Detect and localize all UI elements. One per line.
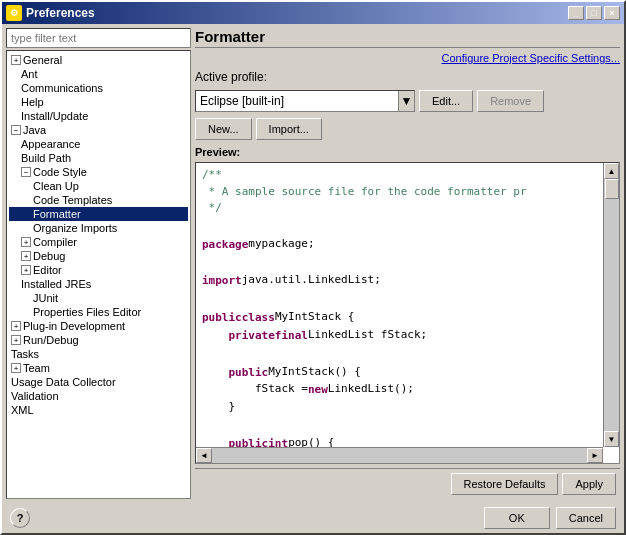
preview-label: Preview:	[195, 146, 620, 158]
close-button[interactable]: ×	[604, 6, 620, 20]
sidebar-item-organize-imports[interactable]: Organize Imports	[9, 221, 188, 235]
bottom-strip: Restore Defaults Apply	[195, 468, 620, 499]
sidebar-item-code-templates[interactable]: Code Templates	[9, 193, 188, 207]
remove-button[interactable]: Remove	[477, 90, 544, 112]
toolbar-row: Configure Project Specific Settings...	[195, 52, 620, 64]
expand-icon[interactable]: +	[11, 335, 21, 345]
profile-select-row: Eclipse [built-in] ▼ Edit... Remove	[195, 90, 620, 112]
sidebar-item-label: Clean Up	[33, 180, 79, 192]
minimize-button[interactable]: _	[568, 6, 584, 20]
sidebar-item-label: Debug	[33, 250, 65, 262]
sidebar-item-help[interactable]: Help	[9, 95, 188, 109]
sidebar-item-label: Installed JREs	[21, 278, 91, 290]
scroll-track-h	[212, 448, 587, 463]
footer-right: OK Cancel	[484, 507, 616, 529]
scroll-thumb-v[interactable]	[605, 179, 619, 199]
scroll-up-button[interactable]: ▲	[604, 163, 619, 179]
active-profile-label: Active profile:	[195, 70, 267, 84]
sidebar-item-clean-up[interactable]: Clean Up	[9, 179, 188, 193]
sidebar-item-xml[interactable]: XML	[9, 403, 188, 417]
sidebar-item-label: Install/Update	[21, 110, 88, 122]
main-content: + General Ant Communications Help Instal…	[2, 24, 624, 503]
sidebar-item-label: Appearance	[21, 138, 80, 150]
sidebar-item-junit[interactable]: JUnit	[9, 291, 188, 305]
sidebar-item-communications[interactable]: Communications	[9, 81, 188, 95]
sidebar-item-label: Team	[23, 362, 50, 374]
import-button[interactable]: Import...	[256, 118, 322, 140]
sidebar-item-label: Formatter	[33, 208, 81, 220]
sidebar-item-ant[interactable]: Ant	[9, 67, 188, 81]
sidebar-item-team[interactable]: + Team	[9, 361, 188, 375]
sidebar-item-plugin-dev[interactable]: + Plug-in Development	[9, 319, 188, 333]
edit-button[interactable]: Edit...	[419, 90, 473, 112]
sidebar-item-code-style[interactable]: − Code Style	[9, 165, 188, 179]
expand-icon[interactable]: +	[11, 321, 21, 331]
sidebar-item-label: Editor	[33, 264, 62, 276]
configure-project-link[interactable]: Configure Project Specific Settings...	[441, 52, 620, 64]
sidebar-item-label: JUnit	[33, 292, 58, 304]
select-arrow-icon[interactable]: ▼	[398, 91, 414, 111]
sidebar-item-label: Usage Data Collector	[11, 376, 116, 388]
sidebar-item-label: Properties Files Editor	[33, 306, 141, 318]
scroll-down-button[interactable]: ▼	[604, 431, 619, 447]
apply-button[interactable]: Apply	[562, 473, 616, 495]
sidebar-item-debug[interactable]: + Debug	[9, 249, 188, 263]
tree: + General Ant Communications Help Instal…	[6, 50, 191, 499]
sidebar-item-label: Code Templates	[33, 194, 112, 206]
maximize-button[interactable]: □	[586, 6, 602, 20]
sidebar-item-label: XML	[11, 404, 34, 416]
title-buttons: _ □ ×	[568, 6, 620, 20]
sidebar-item-label: Build Path	[21, 152, 71, 164]
sidebar-item-appearance[interactable]: Appearance	[9, 137, 188, 151]
expand-icon[interactable]: +	[11, 363, 21, 373]
profile-value: Eclipse [built-in]	[200, 94, 284, 108]
right-panel: Formatter Configure Project Specific Set…	[195, 28, 620, 499]
cancel-button[interactable]: Cancel	[556, 507, 616, 529]
sidebar-item-formatter[interactable]: Formatter	[9, 207, 188, 221]
restore-defaults-button[interactable]: Restore Defaults	[451, 473, 559, 495]
expand-icon[interactable]: +	[11, 55, 21, 65]
preview-content: /** * A sample source file for the code …	[196, 163, 620, 456]
sidebar-item-run-debug[interactable]: + Run/Debug	[9, 333, 188, 347]
sidebar-item-label: Organize Imports	[33, 222, 117, 234]
sidebar-item-validation[interactable]: Validation	[9, 389, 188, 403]
expand-icon[interactable]: −	[21, 167, 31, 177]
vertical-scrollbar[interactable]: ▲ ▼	[603, 163, 619, 447]
window-title: Preferences	[26, 6, 95, 20]
sidebar-item-props-files-editor[interactable]: Properties Files Editor	[9, 305, 188, 319]
sidebar-item-label: Plug-in Development	[23, 320, 125, 332]
profile-select[interactable]: Eclipse [built-in] ▼	[195, 90, 415, 112]
expand-icon[interactable]: −	[11, 125, 21, 135]
preferences-window: ⚙ Preferences _ □ × + General Ant	[0, 0, 626, 535]
sidebar-item-java[interactable]: − Java	[9, 123, 188, 137]
help-button[interactable]: ?	[10, 508, 30, 528]
scroll-left-button[interactable]: ◄	[196, 448, 212, 463]
expand-icon[interactable]: +	[21, 265, 31, 275]
expand-icon[interactable]: +	[21, 237, 31, 247]
sidebar-item-label: Java	[23, 124, 46, 136]
sidebar-item-label: Help	[21, 96, 44, 108]
new-button[interactable]: New...	[195, 118, 252, 140]
sidebar-item-label: Communications	[21, 82, 103, 94]
footer: ? OK Cancel	[2, 503, 624, 533]
sidebar: + General Ant Communications Help Instal…	[6, 28, 191, 499]
sidebar-item-compiler[interactable]: + Compiler	[9, 235, 188, 249]
sidebar-item-build-path[interactable]: Build Path	[9, 151, 188, 165]
sidebar-item-editor[interactable]: + Editor	[9, 263, 188, 277]
sidebar-item-general[interactable]: + General	[9, 53, 188, 67]
search-input[interactable]	[6, 28, 191, 48]
title-bar-left: ⚙ Preferences	[6, 5, 95, 21]
sidebar-item-tasks[interactable]: Tasks	[9, 347, 188, 361]
ok-button[interactable]: OK	[484, 507, 550, 529]
sidebar-item-label: Ant	[21, 68, 38, 80]
sidebar-item-installed-jres[interactable]: Installed JREs	[9, 277, 188, 291]
sidebar-item-usage-data-collector[interactable]: Usage Data Collector	[9, 375, 188, 389]
scroll-right-button[interactable]: ►	[587, 448, 603, 463]
horizontal-scrollbar[interactable]: ◄ ►	[196, 447, 603, 463]
sidebar-item-install-update[interactable]: Install/Update	[9, 109, 188, 123]
preview-area[interactable]: /** * A sample source file for the code …	[195, 162, 620, 464]
sidebar-item-label: Validation	[11, 390, 59, 402]
expand-icon[interactable]: +	[21, 251, 31, 261]
sidebar-item-label: Tasks	[11, 348, 39, 360]
footer-left: ?	[10, 508, 30, 528]
